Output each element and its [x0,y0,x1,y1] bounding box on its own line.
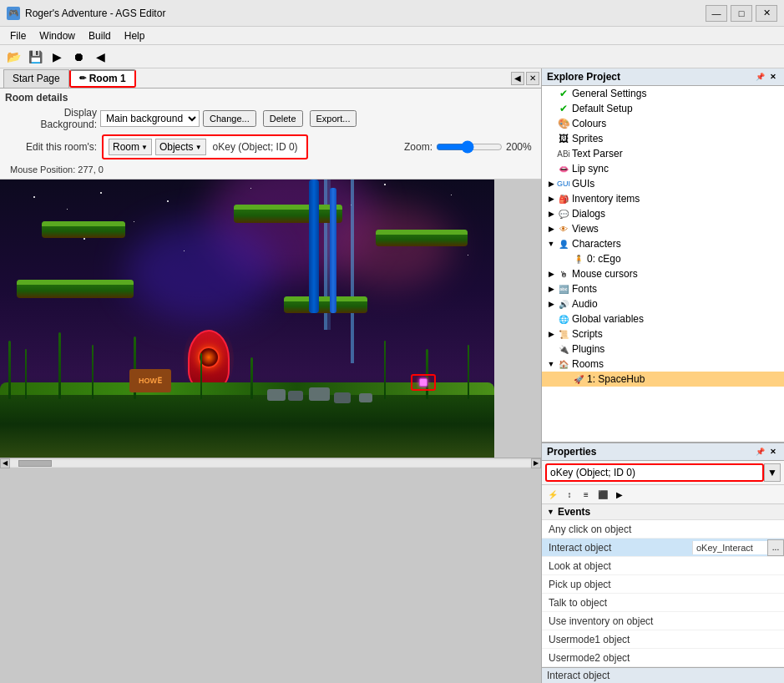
menu-help[interactable]: Help [118,27,152,44]
menu-file[interactable]: File [3,27,33,44]
canvas-area[interactable]: ƎWOH ◀ ▶ [0,180,541,683]
maximize-button[interactable]: □ [731,5,752,22]
tree-item-mouse-cursors[interactable]: ▶ 🖱 Mouse cursors [542,266,784,281]
event-row-talk[interactable]: Talk to object [542,594,784,612]
event-row-pickup[interactable]: Pick up object [542,575,784,594]
scroll-track[interactable] [10,460,531,467]
tree-expand [545,163,557,175]
properties-header: Properties 📌 ✕ [542,443,784,461]
rock-3 [309,387,330,401]
tree-expand-audio[interactable]: ▶ [545,298,557,310]
tree-item-colours[interactable]: 🎨 Colours [542,116,784,131]
change-button[interactable]: Change... [203,110,256,127]
menu-build[interactable]: Build [82,27,118,44]
event-label: Interact object [542,540,692,555]
tree-item-audio[interactable]: ▶ 🔊 Audio [542,296,784,311]
scroll-thumb[interactable] [18,460,52,467]
props-btn-run[interactable]: ▶ [612,487,627,502]
event-row-interact[interactable]: Interact object oKey_Interact ... [542,539,784,557]
toolbar-back[interactable]: ◀ [90,47,110,67]
tree-item-global-vars[interactable]: 🌐 Global variables [542,311,784,326]
tree-expand-views[interactable]: ▶ [545,223,557,235]
platform-top-mid [234,205,342,223]
tree-item-rooms[interactable]: ▼ 🏠 Rooms [542,357,784,372]
tree-item-default-setup[interactable]: ✔ Default Setup [542,101,784,116]
tree-label: Rooms [572,358,604,370]
horizontal-scrollbar[interactable]: ◀ ▶ [0,458,541,468]
tree-expand-dialogs[interactable]: ▶ [545,208,557,220]
tree-expand-guis[interactable]: ▶ [545,178,557,190]
key-object[interactable] [411,374,436,391]
cego-icon: 🧍 [572,252,585,266]
toolbar-open[interactable]: 📂 [3,47,23,67]
tree-expand-cursors[interactable]: ▶ [545,268,557,280]
tree-label: General Settings [572,88,646,99]
tab-room1[interactable]: ✏ Room 1 [69,69,136,88]
props-btn-grid[interactable]: ⬛ [595,487,610,502]
zoom-slider[interactable] [436,140,503,154]
properties-pin-button[interactable]: 📌 [754,446,766,458]
tree-expand-scripts[interactable]: ▶ [545,328,557,340]
tree-item-scripts[interactable]: ▶ 📜 Scripts [542,326,784,342]
tree-item-sprites[interactable]: 🖼 Sprites [542,131,784,146]
tower-mid [330,188,336,313]
tree-expand [545,343,557,355]
toolbar-record[interactable]: ⏺ [68,47,89,67]
toolbar-run[interactable]: ▶ [47,47,67,67]
tab-start-page[interactable]: Start Page [3,69,69,88]
room-dropdown[interactable]: Room ▼ [109,139,152,155]
tree-item-guis[interactable]: ▶ GUI GUIs [542,176,784,191]
minimize-button[interactable]: — [706,5,727,22]
tab-bar: Start Page ✏ Room 1 ◀ ✕ [0,68,541,89]
props-btn-sort[interactable]: ↕ [562,487,577,502]
zoom-controls: Zoom: 200% [404,140,536,154]
pin-button[interactable]: 📌 [754,71,766,83]
props-btn-events[interactable]: ⚡ [545,487,560,502]
background-select[interactable]: Main background [100,110,200,127]
tree-expand-inventory[interactable]: ▶ [545,193,557,205]
event-row-usermode1[interactable]: Usermode1 object [542,630,784,649]
props-btn-list[interactable]: ≡ [579,487,594,502]
menu-window[interactable]: Window [33,27,82,44]
tree-item-cego[interactable]: 🧍 0: cEgo [542,251,784,266]
platform-grass [284,296,367,301]
event-row-use-inventory[interactable]: Use inventory on object [542,612,784,630]
scroll-left-arrow[interactable]: ◀ [0,458,10,468]
characters-icon: 👤 [557,237,570,250]
event-row-usermode2[interactable]: Usermode2 object [542,649,784,667]
objects-dropdown[interactable]: Objects ▼ [155,139,206,155]
scroll-right-arrow[interactable]: ▶ [531,458,541,468]
property-selector-dropdown[interactable]: ▼ [764,463,781,482]
tree-expand-fonts[interactable]: ▶ [545,283,557,295]
tree-item-views[interactable]: ▶ 👁 Views [542,221,784,236]
property-selector[interactable]: oKey (Object; ID 0) [545,463,764,482]
tree-item-plugins[interactable]: 🔌 Plugins [542,342,784,357]
tree-item-spacehub[interactable]: 🚀 1: SpaceHub [542,372,784,387]
tree-item-text-parser[interactable]: ABi Text Parser [542,146,784,161]
tree-item-fonts[interactable]: ▶ 🔤 Fonts [542,281,784,296]
explore-close-button[interactable]: ✕ [767,71,779,83]
tab-scroll-left[interactable]: ◀ [511,72,524,85]
export-button[interactable]: Export... [310,110,357,127]
close-button[interactable]: ✕ [756,5,777,22]
event-edit-button[interactable]: ... [767,539,784,556]
delete-button[interactable]: Delete [263,110,303,127]
event-label: Usermode1 object [542,632,784,647]
tree-label: Mouse cursors [572,268,638,280]
spacehub-icon: 🚀 [572,372,585,386]
event-row-any-click[interactable]: Any click on object [542,520,784,539]
toolbar-save[interactable]: 💾 [25,47,45,67]
tree-item-general-settings[interactable]: ✔ General Settings [542,86,784,101]
tree-expand-characters[interactable]: ▼ [545,238,557,250]
tree-item-dialogs[interactable]: ▶ 💬 Dialogs [542,206,784,221]
event-row-look[interactable]: Look at object [542,557,784,575]
tree-item-characters[interactable]: ▼ 👤 Characters [542,236,784,251]
tree-item-inventory[interactable]: ▶ 🎒 Inventory items [542,191,784,206]
plugins-icon: 🔌 [557,342,570,356]
properties-close-button[interactable]: ✕ [767,446,779,458]
tree-expand-rooms[interactable]: ▼ [545,358,557,370]
events-section-header[interactable]: ▼ Events [542,504,784,520]
tree-item-lip-sync[interactable]: 👄 Lip sync [542,161,784,176]
general-settings-icon: ✔ [557,87,570,100]
tab-close[interactable]: ✕ [526,72,539,85]
